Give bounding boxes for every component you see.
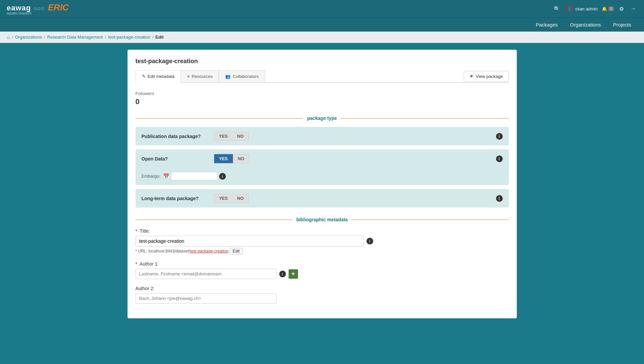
collaborators-icon: 👥: [225, 74, 231, 79]
embargo-label: Embargo:: [142, 174, 160, 179]
embargo-info-icon[interactable]: i: [219, 173, 226, 180]
longterm-yes-btn[interactable]: YES: [214, 194, 233, 203]
nav-organizations[interactable]: Organizations: [564, 18, 607, 32]
resources-icon: ≡: [187, 74, 190, 79]
edit-icon: ✎: [142, 74, 146, 79]
url-slug: test-package-creation: [190, 249, 229, 254]
nav-projects[interactable]: Projects: [607, 18, 637, 32]
main-nav: Packages Organizations Projects: [0, 17, 644, 32]
section-line-right: [341, 118, 509, 119]
section-bib-line-left: [136, 220, 292, 220]
embargo-input-wrap: 📅 i: [163, 172, 226, 180]
home-icon: ⌂: [7, 34, 10, 40]
followers-label: Followers: [136, 91, 509, 96]
logo: eawag ○○○ ERIC aquatic research: [7, 2, 69, 15]
breadcrumb: ⌂ / Organizations / Research Data Manage…: [7, 34, 637, 40]
longterm-data-package-row: Long-term data package? YES NO i: [136, 189, 509, 208]
section-package-type: package type: [136, 116, 509, 121]
longterm-info-icon[interactable]: i: [496, 195, 503, 202]
author2-field-label: Author 2:: [136, 286, 509, 291]
breadcrumb-rdm[interactable]: Research Data Management: [47, 35, 103, 40]
section-title-package-type: package type: [307, 116, 337, 121]
title-info-icon[interactable]: i: [366, 238, 373, 244]
nav-packages[interactable]: Packages: [530, 18, 564, 32]
form-content: package type Publication data package? Y…: [136, 116, 509, 304]
bell-icon: 🔔: [602, 6, 607, 11]
open-data-toggle: YES NO: [214, 154, 250, 163]
top-bar-right: 🔍 👤 ckan admin 🔔 0 ⚙ →: [552, 4, 637, 13]
title-required-marker: *: [136, 228, 137, 234]
longterm-no-btn[interactable]: NO: [233, 194, 249, 203]
title-field-group: * Title: i * URL: localhost:8443/dataset…: [136, 228, 509, 255]
followers-count: 0: [136, 97, 509, 106]
author2-input-row: [136, 293, 509, 304]
logo-eric: ERIC: [48, 2, 69, 12]
logout-icon[interactable]: →: [629, 4, 637, 13]
open-data-no-btn[interactable]: NO: [233, 154, 250, 163]
tab-edit-metadata[interactable]: ✎ Edit metadata: [136, 70, 181, 83]
open-data-label: Open Data?: [142, 156, 209, 162]
eye-icon: 👁: [469, 74, 474, 79]
section-line-left: [136, 118, 303, 119]
publication-no-btn[interactable]: NO: [233, 132, 249, 141]
username: ckan admin: [575, 6, 597, 11]
user-icon: 👤: [566, 5, 573, 12]
title-input[interactable]: [136, 236, 364, 246]
page-title: test-package-creation: [136, 58, 509, 65]
logo-dots: ○○○: [34, 5, 45, 12]
publication-info-icon[interactable]: i: [496, 133, 503, 140]
author2-field-group: Author 2:: [136, 286, 509, 304]
publication-data-package-row: Publication data package? YES NO i: [136, 127, 509, 145]
tab-collaborators[interactable]: 👥 Collaborators: [219, 70, 265, 82]
page-container: test-package-creation ✎ Edit metadata ≡ …: [128, 50, 517, 318]
section-title-bibliographic: bibliographic metadata: [296, 217, 348, 222]
breadcrumb-current: Edit: [155, 35, 164, 40]
author1-field-label: * Author 1:: [136, 261, 509, 267]
author1-input[interactable]: [136, 269, 277, 279]
breadcrumb-bar: ⌂ / Organizations / Research Data Manage…: [0, 32, 644, 43]
user-menu[interactable]: 👤 ckan admin: [566, 5, 597, 12]
calendar-icon: 📅: [163, 173, 169, 179]
open-data-row: Open Data? YES NO i Embargo: 📅 i: [136, 149, 509, 185]
longterm-toggle: YES NO: [214, 194, 249, 203]
search-icon[interactable]: 🔍: [552, 4, 562, 13]
publication-yes-btn[interactable]: YES: [214, 132, 233, 141]
title-field-label: * Title:: [136, 228, 509, 234]
author2-input[interactable]: [136, 293, 277, 304]
top-bar: eawag ○○○ ERIC aquatic research 🔍 👤 ckan…: [0, 0, 644, 17]
section-bib-line-right: [352, 220, 508, 220]
settings-icon[interactable]: ⚙: [618, 4, 625, 13]
followers-section: Followers 0: [136, 91, 509, 106]
logo-eawag: eawag: [7, 4, 31, 12]
tab-resources[interactable]: ≡ Resources: [181, 70, 219, 82]
view-package-button[interactable]: 👁 View package: [464, 71, 509, 82]
notif-count: 0: [608, 6, 614, 11]
notification-badge[interactable]: 🔔 0: [602, 6, 614, 11]
breadcrumb-organizations[interactable]: Organizations: [15, 35, 42, 40]
publication-toggle: YES NO: [214, 132, 249, 141]
embargo-row: Embargo: 📅 i: [142, 172, 226, 180]
url-hint: * URL: localhost:8443/dataset/test-packa…: [136, 248, 509, 255]
author1-required-marker: *: [136, 261, 137, 267]
breadcrumb-home[interactable]: ⌂: [7, 34, 10, 40]
author1-add-button[interactable]: +: [289, 269, 298, 279]
author1-field-group: * Author 1: i +: [136, 261, 509, 279]
publication-label: Publication data package?: [142, 134, 209, 139]
embargo-date-input[interactable]: [171, 172, 218, 180]
open-data-yes-btn[interactable]: YES: [214, 154, 233, 163]
tabs-row: ✎ Edit metadata ≡ Resources 👥 Collaborat…: [136, 70, 509, 83]
breadcrumb-package[interactable]: test-package-creation: [108, 35, 150, 40]
author1-info-icon[interactable]: i: [279, 271, 286, 277]
author1-input-row: i +: [136, 269, 509, 279]
tabs: ✎ Edit metadata ≡ Resources 👥 Collaborat…: [136, 70, 265, 82]
longterm-label: Long-term data package?: [142, 196, 209, 201]
open-data-info-icon[interactable]: i: [496, 155, 503, 162]
url-edit-button[interactable]: Edit: [230, 248, 243, 255]
section-bibliographic: bibliographic metadata: [136, 217, 509, 222]
